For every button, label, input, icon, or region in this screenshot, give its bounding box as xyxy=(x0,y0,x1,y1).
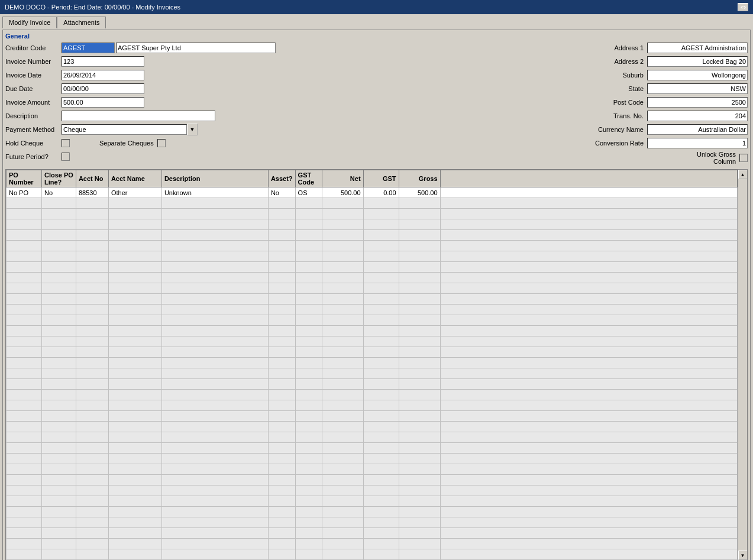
scroll-up-btn[interactable]: ▲ xyxy=(738,170,748,179)
cell-gst-code: OS xyxy=(295,187,322,198)
description-row: Description xyxy=(5,110,301,122)
future-period-checkbox[interactable] xyxy=(62,153,70,161)
col-header-acct-name: Acct Name xyxy=(108,170,161,187)
invoice-number-label: Invoice Number xyxy=(5,58,62,65)
payment-method-dropdown-btn[interactable]: ▼ xyxy=(187,124,198,135)
address2-row: Address 2 xyxy=(306,56,748,67)
right-section: Address 1 Address 2 Suburb State xyxy=(306,42,748,167)
empty-row xyxy=(7,517,738,528)
table-row[interactable]: No PO No 88530 Other Unknown No OS 500.0… xyxy=(7,187,738,198)
suburb-input[interactable] xyxy=(647,70,748,80)
address1-row: Address 1 xyxy=(306,42,748,54)
due-date-input[interactable] xyxy=(62,83,144,94)
conversion-rate-input[interactable] xyxy=(647,138,748,148)
empty-row xyxy=(7,358,738,368)
cell-extra xyxy=(440,187,737,198)
form-body: Creditor Code Invoice Number Invoice Dat… xyxy=(5,42,748,167)
description-input[interactable] xyxy=(62,111,215,121)
left-section: Creditor Code Invoice Number Invoice Dat… xyxy=(5,42,301,167)
post-code-label: Post Code xyxy=(582,99,647,106)
empty-row xyxy=(7,347,738,358)
cell-asset: No xyxy=(268,187,295,198)
post-code-row: Post Code xyxy=(306,96,748,108)
form-panel: General Creditor Code Invoice Number Inv… xyxy=(2,30,751,560)
address2-label: Address 2 xyxy=(582,58,647,65)
empty-row xyxy=(7,219,738,230)
empty-row xyxy=(7,539,738,549)
col-header-net: Net xyxy=(322,170,363,187)
empty-row xyxy=(7,411,738,422)
payment-method-input[interactable] xyxy=(62,124,187,135)
col-header-description: Description xyxy=(161,170,268,187)
state-input[interactable] xyxy=(647,83,748,94)
cell-close-po: No xyxy=(42,187,76,198)
empty-row xyxy=(7,326,738,336)
empty-row xyxy=(7,273,738,283)
empty-row xyxy=(7,368,738,379)
trans-no-row: Trans. No. xyxy=(306,110,748,122)
empty-row xyxy=(7,379,738,390)
hold-cheque-checkbox[interactable] xyxy=(62,139,70,147)
creditor-name-input[interactable] xyxy=(116,43,276,53)
col-header-asset: Asset? xyxy=(268,170,295,187)
trans-no-input[interactable] xyxy=(647,111,748,121)
scroll-down-btn[interactable]: ▼ xyxy=(738,551,748,560)
address1-label: Address 1 xyxy=(582,44,647,51)
conversion-rate-row: Conversion Rate xyxy=(306,137,748,149)
future-period-label: Future Period? xyxy=(5,153,62,160)
address1-input[interactable] xyxy=(647,43,748,53)
conversion-rate-label: Conversion Rate xyxy=(582,140,647,147)
col-header-gst: GST xyxy=(363,170,399,187)
vertical-scrollbar[interactable]: ▲ ▼ xyxy=(738,170,747,560)
cell-acct-name: Other xyxy=(108,187,161,198)
section-title: General xyxy=(5,33,748,40)
invoice-date-input[interactable] xyxy=(62,70,144,80)
tab-attachments[interactable]: Attachments xyxy=(57,17,106,28)
empty-row xyxy=(7,549,738,560)
title-text: DEMO DOCO - Period: End Date: 00/00/00 -… xyxy=(5,4,180,11)
payment-method-label: Payment Method xyxy=(5,126,62,133)
tabs-row: Modify Invoice Attachments xyxy=(2,17,751,28)
data-table: PONumber Close POLine? Acct No Acct Name… xyxy=(6,170,738,560)
payment-method-row: Payment Method ▼ xyxy=(5,124,301,135)
table-scroll-area[interactable]: PONumber Close POLine? Acct No Acct Name… xyxy=(6,170,738,560)
empty-row xyxy=(7,315,738,326)
col-header-gst-code: GSTCode xyxy=(295,170,322,187)
table-section: PONumber Close POLine? Acct No Acct Name… xyxy=(5,169,748,560)
empty-row xyxy=(7,209,738,219)
empty-row xyxy=(7,528,738,539)
empty-row xyxy=(7,464,738,475)
separate-cheques-checkbox[interactable] xyxy=(157,139,166,147)
state-row: State xyxy=(306,83,748,95)
col-header-extra xyxy=(440,170,737,187)
empty-row xyxy=(7,198,738,209)
post-code-input[interactable] xyxy=(647,97,748,108)
empty-row xyxy=(7,485,738,496)
trans-no-label: Trans. No. xyxy=(582,112,647,119)
invoice-amount-input[interactable] xyxy=(62,97,144,108)
cell-gross: 500.00 xyxy=(399,187,440,198)
invoice-number-row: Invoice Number xyxy=(5,56,301,67)
empty-row xyxy=(7,294,738,305)
address2-input[interactable] xyxy=(647,56,748,67)
cell-gst: 0.00 xyxy=(363,187,399,198)
unlock-gross-row: Unlock Gross Column xyxy=(306,151,748,165)
tab-modify-invoice[interactable]: Modify Invoice xyxy=(2,17,57,28)
title-bar-button[interactable]: ⇔ xyxy=(738,3,748,11)
empty-row xyxy=(7,230,738,241)
scroll-track[interactable] xyxy=(738,179,747,551)
table-header-row: PONumber Close POLine? Acct No Acct Name… xyxy=(7,170,738,187)
empty-row xyxy=(7,390,738,400)
title-bar: DEMO DOCO - Period: End Date: 00/00/00 -… xyxy=(0,0,753,14)
unlock-gross-checkbox[interactable] xyxy=(739,154,748,162)
empty-row xyxy=(7,443,738,454)
table-body: No PO No 88530 Other Unknown No OS 500.0… xyxy=(7,187,738,560)
cell-net: 500.00 xyxy=(322,187,363,198)
creditor-code-input[interactable] xyxy=(62,43,115,53)
suburb-row: Suburb xyxy=(306,69,748,81)
hold-cheque-label: Hold Cheque xyxy=(5,140,62,147)
empty-row xyxy=(7,507,738,517)
currency-name-input[interactable] xyxy=(647,124,748,135)
invoice-number-input[interactable] xyxy=(62,56,144,67)
invoice-date-row: Invoice Date xyxy=(5,69,301,81)
